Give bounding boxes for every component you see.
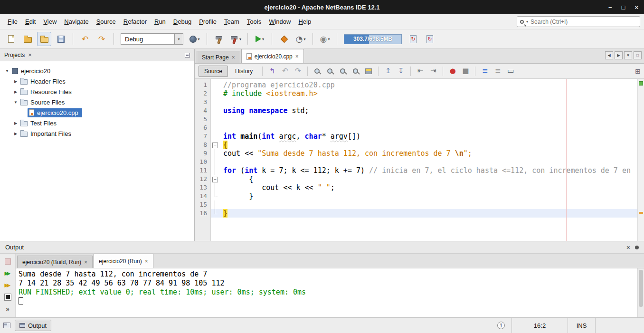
chevron-down-icon[interactable]: ▾ — [198, 37, 199, 41]
tree-item-important-files[interactable]: ▶Important Files — [0, 128, 194, 139]
output-console[interactable]: Suma desde 7 hasta 112, con incrementos … — [16, 268, 637, 317]
fold-marker[interactable] — [211, 175, 218, 183]
panel-options-icon[interactable] — [635, 246, 639, 249]
tree-item-header-files[interactable]: ▶Header Files — [0, 76, 194, 86]
run-project-button[interactable]: ▾ — [253, 32, 267, 46]
menu-refactor[interactable]: Refactor — [120, 16, 151, 28]
clean-build-project-button[interactable]: ▾ — [228, 32, 243, 46]
minimize-button[interactable]: − — [608, 4, 612, 11]
code-line-2[interactable]: 2# include <iostream.h> — [195, 89, 637, 98]
expand-arrow-icon[interactable]: ▶ — [12, 79, 19, 84]
rectangular-selection-button[interactable]: ▭ — [505, 66, 516, 77]
history-view-button[interactable]: History — [229, 66, 258, 77]
new-project-button[interactable] — [20, 32, 35, 46]
profile-project-button[interactable]: ◔▾ — [294, 32, 308, 46]
collapse-arrow-icon[interactable]: ▼ — [4, 69, 10, 73]
tab-close-icon[interactable]: × — [84, 259, 87, 266]
debug-project-button[interactable] — [277, 32, 291, 46]
code-line-16[interactable]: 16} — [195, 209, 637, 218]
shift-line-right-button[interactable]: ⇥ — [427, 66, 439, 77]
configuration-select[interactable]: Debug▾ — [121, 33, 183, 45]
stop-button[interactable] — [2, 292, 13, 302]
minimize-panel-icon[interactable] — [185, 53, 190, 57]
build-project-button[interactable] — [212, 32, 226, 46]
code-line-7[interactable]: 7int main(int argc, char* argv[]) — [195, 132, 637, 141]
toggle-highlight-button[interactable] — [363, 66, 374, 77]
start-macro-recording-button[interactable]: ● — [447, 66, 458, 77]
output-tab-ejercicio20-run[interactable]: ejercicio20 (Run)× — [94, 254, 153, 268]
restore-button[interactable]: □ — [622, 4, 625, 11]
menu-debug[interactable]: Debug — [170, 16, 195, 28]
output-scrollbar[interactable] — [637, 268, 644, 317]
menu-tools[interactable]: Tools — [243, 16, 265, 28]
tab-list-button[interactable]: ▼ — [624, 51, 632, 59]
chevron-down-icon[interactable]: ▾ — [239, 37, 241, 41]
code-line-10[interactable]: 10 — [195, 158, 637, 166]
previous-bookmark-button[interactable]: ↥ — [382, 66, 394, 77]
code-line-11[interactable]: 11for (int k = 7; k <= 112; k += 7) // i… — [195, 166, 637, 175]
scroll-tabs-right-button[interactable]: ▶ — [615, 51, 623, 59]
find-next-button[interactable] — [337, 66, 349, 77]
expand-arrow-icon[interactable]: ▶ — [12, 90, 19, 94]
last-edit-button[interactable]: ↰ — [266, 66, 278, 77]
new-file-button[interactable] — [4, 32, 18, 46]
menu-source[interactable]: Source — [93, 16, 120, 28]
typing-mode-cell[interactable]: INS — [568, 318, 595, 333]
menu-navigate[interactable]: Navigate — [60, 16, 92, 28]
forward-button[interactable]: ↷ — [292, 66, 303, 77]
code-line-9[interactable]: 9cout << "Suma desde 7 hasta 112, con in… — [195, 149, 637, 158]
code-line-8[interactable]: 8{ — [195, 141, 637, 149]
tab-start-page[interactable]: Start Page× — [197, 51, 240, 63]
menu-profile[interactable]: Profile — [195, 16, 220, 28]
chevron-down-icon[interactable]: ▾ — [174, 34, 183, 44]
menu-window[interactable]: Window — [265, 16, 294, 28]
undo-button[interactable]: ↶ — [78, 32, 92, 46]
comment-button[interactable]: ≡ — [479, 66, 491, 77]
search-input[interactable] — [530, 19, 637, 25]
tree-item-ejercicio20-cpp[interactable]: ejercicio20.cpp — [0, 107, 194, 118]
project-configuration-button[interactable]: ▾ — [188, 32, 202, 46]
uncomment-button[interactable]: ≡ — [492, 66, 503, 77]
tab-ejercicio20-cpp[interactable]: ejercicio20.cpp× — [241, 49, 304, 63]
rerun-alt-button[interactable]: ▶▶ — [2, 280, 13, 290]
collapse-arrow-icon[interactable]: ▼ — [12, 100, 19, 105]
find-selection-button[interactable] — [324, 66, 336, 77]
stop-macro-recording-button[interactable]: ■ — [460, 66, 471, 77]
redo-button[interactable]: ↷ — [95, 32, 109, 46]
back-button[interactable]: ↶ — [279, 66, 291, 77]
menu-run[interactable]: Run — [151, 16, 170, 28]
next-bookmark-button[interactable]: ↧ — [395, 66, 407, 77]
code-line-4[interactable]: 4using namespace std; — [195, 106, 637, 115]
code-line-6[interactable]: 6 — [195, 124, 637, 132]
attach-profiler-button[interactable]: ◉▾ — [318, 32, 332, 46]
find-previous-button[interactable] — [350, 66, 361, 77]
gc-button[interactable]: ↻ — [406, 32, 420, 46]
find-button[interactable] — [312, 66, 323, 77]
output-window-button[interactable]: Output — [15, 320, 51, 331]
menu-help[interactable]: Help — [294, 16, 315, 28]
close-panel-icon[interactable]: × — [28, 51, 32, 58]
scrollbar-thumb[interactable] — [639, 270, 643, 307]
expand-arrow-icon[interactable]: ▶ — [12, 132, 19, 136]
heap-dump-button[interactable]: ↻ — [423, 32, 437, 46]
fold-marker[interactable] — [211, 141, 218, 149]
tree-item-resource-files[interactable]: ▶Resource Files — [0, 86, 194, 97]
notification-badge[interactable]: 1 — [497, 322, 505, 329]
code-line-13[interactable]: 13 cout << k << " "; — [195, 183, 637, 192]
close-output-icon[interactable]: × — [626, 244, 630, 251]
code-line-14[interactable]: 14 } — [195, 192, 637, 200]
menu-edit[interactable]: Edit — [21, 16, 39, 28]
editor-toolbar-overflow-button[interactable]: ⊞ — [635, 67, 641, 75]
source-view-button[interactable]: Source — [199, 66, 228, 77]
menu-team[interactable]: Team — [220, 16, 243, 28]
menu-view[interactable]: View — [39, 16, 60, 28]
code-line-5[interactable]: 5 — [195, 115, 637, 124]
notifications-cell[interactable]: 1 — [491, 318, 511, 333]
chevron-down-icon[interactable]: ▾ — [328, 37, 330, 41]
tab-close-icon[interactable]: × — [295, 53, 299, 60]
menu-file[interactable]: File — [4, 16, 21, 28]
code-area[interactable]: 1//programa ejercicio20.cpp2# include <i… — [195, 79, 644, 241]
tree-item-test-files[interactable]: ▶Test Files — [0, 118, 194, 128]
output-tab-ejercicio20-build-run[interactable]: ejercicio20 (Build, Run)× — [17, 256, 93, 268]
memory-indicator[interactable]: 303.7/698.5MB — [344, 34, 402, 44]
